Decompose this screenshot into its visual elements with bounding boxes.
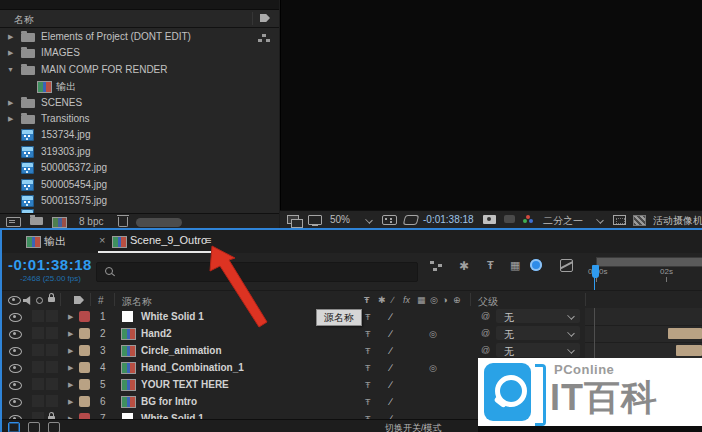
new-folder-icon[interactable] [30, 217, 43, 225]
pickwhip-icon[interactable]: @ [481, 345, 490, 355]
expand-inout-panes-icon[interactable] [48, 422, 60, 432]
project-item-folder[interactable]: ▶ SCENES [0, 95, 279, 111]
channels-icon[interactable] [522, 215, 534, 225]
collapse-arrow-icon[interactable]: ▶ [8, 33, 13, 41]
shy-switch-icon[interactable]: Ŧ [364, 295, 370, 305]
work-area-bar[interactable] [596, 257, 702, 267]
label-color-swatch[interactable] [79, 396, 90, 407]
quality-switch-icon[interactable]: ∕ [390, 328, 392, 339]
quality-switch-icon[interactable]: ∕ [390, 362, 392, 373]
bit-depth-label[interactable]: 8 bpc [79, 216, 103, 227]
mask-visibility-icon[interactable] [403, 215, 419, 225]
project-item-label[interactable]: 500015375.jpg [41, 195, 107, 206]
3d-layer-icon[interactable]: ⊕ [453, 295, 461, 305]
tab-output[interactable]: 输出 [44, 234, 66, 249]
expand-arrow-icon[interactable]: ▼ [7, 66, 14, 73]
twirl-arrow-icon[interactable]: ▶ [68, 398, 73, 406]
eye-icon[interactable] [9, 347, 22, 356]
adjustment-layer-icon[interactable]: ◑ [442, 295, 447, 305]
shy-switch-icon[interactable]: Ŧ [365, 329, 371, 339]
panel-menu-icon[interactable]: ≡ [205, 234, 211, 246]
project-item-label[interactable]: 500005372.jpg [41, 162, 107, 173]
layer-row-2[interactable]: ▶ 2 Hand2 Ŧ ∕ ◎ @ 无 [2, 325, 585, 343]
composition-viewer[interactable] [280, 0, 702, 210]
collapse-arrow-icon[interactable]: ▶ [8, 49, 13, 57]
project-item-label[interactable]: 输出 [56, 80, 76, 94]
shy-switch-icon[interactable]: Ŧ [365, 363, 371, 373]
motion-blur-switch-icon[interactable]: ◎ [429, 363, 437, 373]
project-item-label[interactable]: Transitions [41, 113, 90, 124]
fx-switch-icon[interactable]: fx [403, 295, 410, 305]
project-item-footage[interactable]: 500005454.jpg [0, 177, 279, 193]
view-layout-value[interactable]: 活动摄像机 [653, 214, 702, 228]
project-item-folder[interactable]: ▶ IMAGES [0, 45, 279, 61]
footer-slider[interactable] [136, 218, 182, 227]
project-item-label[interactable]: 500005454.jpg [41, 179, 107, 190]
collapse-arrow-icon[interactable]: ▶ [8, 99, 13, 107]
layer-name[interactable]: BG for Intro [141, 396, 197, 407]
layer-name[interactable]: White Solid 1 [141, 311, 204, 322]
layer-duration-bar[interactable] [676, 345, 702, 356]
chevron-down-icon[interactable] [365, 216, 373, 224]
hide-shy-layers-icon[interactable]: Ŧ [487, 259, 494, 271]
motion-blur-switch-icon[interactable]: ◎ [430, 295, 438, 305]
project-item-label[interactable]: SCENES [41, 97, 82, 108]
layer-duration-bar[interactable] [668, 328, 702, 339]
resolution-value[interactable]: 二分之一 [543, 214, 583, 228]
quality-switch-icon[interactable]: ∕ [390, 379, 392, 390]
snapshot-camera-icon[interactable] [483, 215, 496, 224]
label-color-swatch[interactable] [79, 362, 90, 373]
region-of-interest-icon[interactable] [613, 215, 626, 225]
project-name-column-header[interactable]: 名称 [0, 10, 279, 28]
trash-icon[interactable] [118, 217, 128, 227]
number-column-header[interactable]: # [98, 295, 104, 306]
eye-icon[interactable] [9, 381, 22, 390]
source-name-column-header[interactable]: 源名称 [122, 295, 152, 309]
project-item-folder[interactable]: ▶ Transitions [0, 111, 279, 127]
parent-dropdown[interactable]: 无 [496, 309, 580, 323]
tab-close-icon[interactable]: × [99, 234, 105, 246]
project-item-label[interactable]: Elements of Project (DONT EDIT) [41, 31, 191, 42]
comp-mini-flowchart-icon[interactable] [430, 261, 442, 271]
project-item-folder[interactable]: ▶ Elements of Project (DONT EDIT) [0, 29, 279, 45]
pickwhip-icon[interactable]: @ [481, 328, 490, 338]
parent-dropdown[interactable]: 无 [496, 326, 580, 340]
shy-switch-icon[interactable]: Ŧ [365, 397, 371, 407]
motion-blur-icon[interactable] [530, 259, 542, 271]
expand-transfer-controls-icon[interactable] [28, 422, 40, 432]
layer-name[interactable]: Hand2 [141, 328, 172, 339]
quality-switch-icon[interactable]: ∕ [392, 295, 394, 305]
toggle-switches-modes-label[interactable]: 切换开关/模式 [385, 422, 442, 432]
project-item-label[interactable]: 153734.jpg [41, 129, 91, 140]
new-composition-icon[interactable] [52, 217, 67, 228]
lock-column-icon[interactable] [48, 297, 55, 302]
frame-blend-switch-icon[interactable]: ▦ [417, 295, 426, 305]
twirl-arrow-icon[interactable]: ▶ [68, 330, 73, 338]
grid-guides-icon[interactable] [382, 215, 397, 225]
main-view-icon[interactable] [308, 215, 322, 225]
label-color-swatch[interactable] [79, 379, 90, 390]
project-item-footage[interactable]: 153734.jpg [0, 127, 279, 143]
expand-layer-switches-icon[interactable] [8, 422, 20, 432]
project-item-footage[interactable]: 500005372.jpg [0, 160, 279, 176]
pickwhip-icon[interactable]: @ [481, 311, 490, 321]
layer-name[interactable]: YOUR TEXT HERE [141, 379, 229, 390]
shy-switch-icon[interactable]: Ŧ [365, 380, 371, 390]
parent-column-header[interactable]: 父级 [478, 295, 498, 309]
label-color-swatch[interactable] [79, 345, 90, 356]
draft-3d-icon[interactable]: ✱ [459, 259, 469, 273]
project-item-footage[interactable]: 319303.jpg [0, 144, 279, 160]
frame-blending-icon[interactable]: ▦ [510, 259, 520, 272]
quality-switch-icon[interactable]: ∕ [390, 311, 392, 322]
shy-switch-icon[interactable]: Ŧ [365, 312, 371, 322]
interpret-footage-icon[interactable] [6, 217, 21, 227]
collapse-transform-icon[interactable]: ✱ [378, 295, 386, 305]
label-color-swatch[interactable] [79, 328, 90, 339]
eye-icon[interactable] [9, 398, 22, 407]
transparency-grid-icon[interactable] [633, 215, 646, 226]
solo-column-icon[interactable] [36, 297, 43, 304]
quality-switch-icon[interactable]: ∕ [390, 345, 392, 356]
twirl-arrow-icon[interactable]: ▶ [68, 381, 73, 389]
motion-blur-switch-icon[interactable]: ◎ [429, 329, 437, 339]
current-timecode[interactable]: -0:01:38:18 [8, 256, 92, 273]
